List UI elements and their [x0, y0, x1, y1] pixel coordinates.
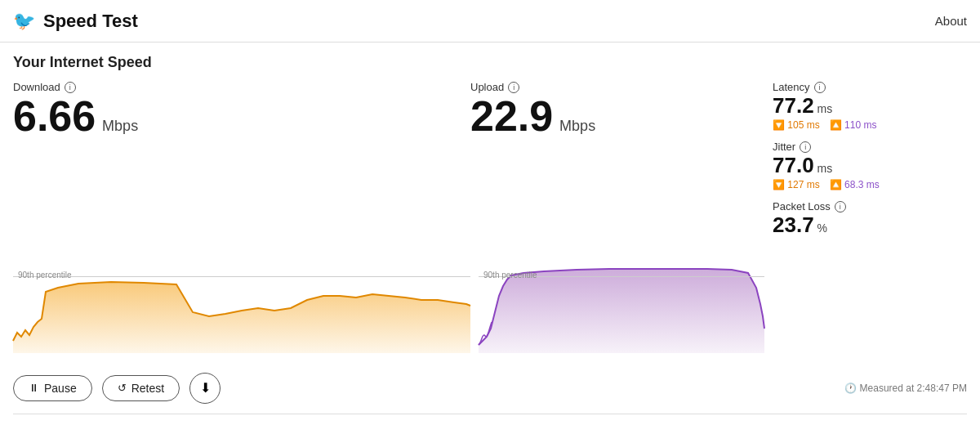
download-value-row: 6.66 Mbps: [13, 95, 470, 137]
upload-unit: Mbps: [559, 118, 595, 134]
upload-label: Upload i: [470, 81, 756, 93]
download-percentile-label: 90th percentile: [18, 271, 72, 280]
upload-value: 22.9: [470, 95, 553, 137]
jitter-up-icon: 🔼: [830, 179, 842, 190]
pause-button[interactable]: ⏸ Pause: [13, 375, 92, 401]
download-value: 6.66: [13, 95, 96, 137]
about-link[interactable]: About: [935, 14, 967, 28]
main-content: Your Internet Speed Download i 6.66 Mbps…: [0, 42, 980, 425]
download-label: Download i: [13, 81, 470, 93]
header: 🐦 Speed Test About: [0, 0, 980, 42]
actions-row: ⏸ Pause ↺ Retest ⬇ 🕐 Measured at 2:48:47…: [13, 365, 967, 414]
latency-down-sub: 🔽 105 ms: [773, 119, 820, 131]
packet-loss-label: Packet Loss: [773, 200, 831, 212]
download-unit: Mbps: [102, 118, 138, 134]
latency-value: 77.2: [773, 93, 814, 118]
packet-loss-stat: Packet Loss i 23.7 %: [773, 200, 967, 238]
latency-up-icon: 🔼: [830, 119, 842, 131]
jitter-unit: ms: [817, 162, 833, 175]
jitter-up-sub: 🔼 68.3 ms: [830, 179, 880, 190]
latency-down-icon: 🔽: [773, 119, 785, 131]
download-block: Download i 6.66 Mbps: [13, 81, 470, 137]
packet-loss-value: 23.7: [773, 212, 814, 237]
upload-chart: 90th percentile: [479, 255, 764, 353]
packet-loss-unit: %: [817, 221, 827, 235]
jitter-down-icon: 🔽: [773, 179, 785, 190]
jitter-stat: Jitter i 77.0 ms 🔽 127 ms 🔼 68.3 ms: [773, 141, 967, 190]
clock-icon: 🕐: [844, 382, 857, 394]
latency-up-sub: 🔼 110 ms: [830, 119, 877, 131]
upload-info-icon[interactable]: i: [508, 82, 519, 93]
save-button[interactable]: ⬇: [189, 373, 220, 404]
latency-info-icon[interactable]: i: [814, 82, 826, 93]
latency-label: Latency: [773, 81, 810, 93]
save-icon: ⬇: [200, 380, 211, 396]
packet-loss-info-icon[interactable]: i: [835, 201, 846, 212]
upload-percentile-label: 90th percentile: [483, 271, 537, 280]
pause-icon: ⏸: [29, 382, 39, 394]
retest-icon: ↺: [118, 382, 127, 394]
upload-value-row: 22.9 Mbps: [470, 95, 756, 137]
speed-row: Download i 6.66 Mbps Upload i 22.9 Mbps: [13, 81, 967, 248]
download-percentile-line: [13, 276, 470, 277]
header-left: 🐦 Speed Test: [13, 11, 138, 32]
latency-stat: Latency i 77.2 ms 🔽 105 ms 🔼 110 ms: [773, 81, 967, 131]
upload-chart-svg: [479, 255, 764, 353]
jitter-down-sub: 🔽 127 ms: [773, 179, 820, 190]
upload-block: Upload i 22.9 Mbps: [470, 81, 756, 137]
download-chart-svg: [13, 255, 470, 353]
charts-area: 90th percentile 90th percentile: [13, 255, 967, 353]
measured-text: 🕐 Measured at 2:48:47 PM: [844, 382, 967, 394]
latency-unit: ms: [817, 102, 833, 115]
stats-panel: Latency i 77.2 ms 🔽 105 ms 🔼 110 ms: [756, 81, 967, 248]
download-info-icon[interactable]: i: [65, 82, 76, 93]
app-title: Speed Test: [43, 11, 138, 32]
jitter-label: Jitter: [773, 141, 795, 153]
jitter-value: 77.0: [773, 153, 814, 177]
download-chart: 90th percentile: [13, 255, 470, 353]
logo-icon: 🐦: [13, 11, 35, 32]
retest-button[interactable]: ↺ Retest: [102, 375, 180, 401]
network-quality-section: Network Quality Score i Learn more Video…: [13, 414, 967, 425]
section-title: Your Internet Speed: [13, 54, 967, 71]
jitter-info-icon[interactable]: i: [800, 141, 811, 153]
